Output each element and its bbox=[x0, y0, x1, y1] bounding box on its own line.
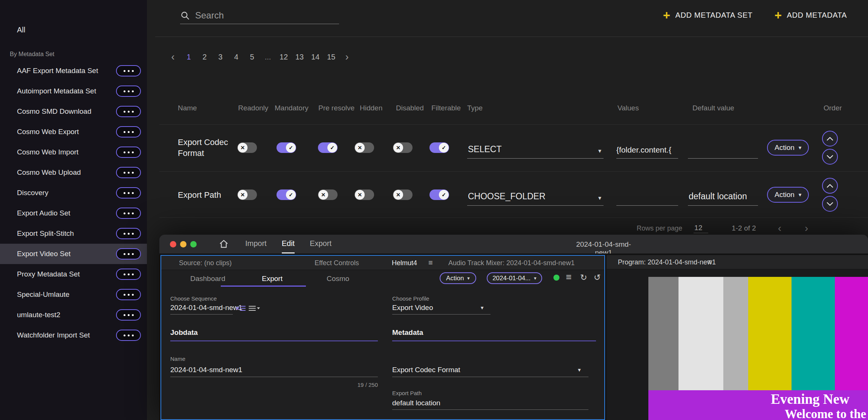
search-field[interactable] bbox=[180, 7, 339, 24]
export-path-input[interactable]: default location bbox=[392, 399, 440, 407]
workspace-tab-import[interactable]: Import bbox=[245, 235, 267, 254]
pagination: ‹ 12345...12131415 › bbox=[167, 50, 353, 63]
move-up-button[interactable] bbox=[822, 131, 838, 147]
close-window-button[interactable] bbox=[170, 241, 176, 247]
search-icon bbox=[180, 11, 190, 20]
pagination-page[interactable]: 13 bbox=[293, 50, 306, 63]
action-dropdown[interactable]: Action ▾ bbox=[440, 272, 476, 284]
workspace-tab-edit[interactable]: Edit bbox=[282, 235, 295, 254]
menu-icon[interactable]: ≡ bbox=[566, 271, 572, 283]
zoom-window-button[interactable] bbox=[190, 241, 197, 247]
chevron-down-icon: ▾ bbox=[598, 147, 601, 154]
filterable-toggle[interactable]: ✓ bbox=[429, 189, 449, 200]
pagination-next-icon[interactable]: › bbox=[341, 50, 353, 63]
column-header: Pre resolve bbox=[318, 104, 355, 112]
panel-tab[interactable]: Helmut4 bbox=[392, 259, 417, 267]
footer-next-icon[interactable]: › bbox=[805, 222, 808, 234]
profile-select[interactable]: Export Video bbox=[392, 304, 433, 312]
menu-icon[interactable]: ≡ bbox=[708, 258, 712, 266]
values-input[interactable]: {folder.content.{ bbox=[616, 141, 678, 159]
panel-tab-strip: Source: (no clips)Effect ControlsHelmut4… bbox=[161, 256, 604, 270]
lower-third-headline: Evening New bbox=[771, 391, 850, 407]
chevron-down-icon: ▾ bbox=[578, 367, 581, 373]
premiere-window: ImportEditExport 2024-01-04-smd-new1 Sou… bbox=[159, 235, 868, 420]
codec-select[interactable]: Export Codec Format bbox=[392, 366, 460, 374]
action-button[interactable]: Action▾ bbox=[767, 187, 809, 203]
move-up-button[interactable] bbox=[822, 178, 838, 194]
mandatory-toggle[interactable]: ✓ bbox=[277, 142, 296, 153]
pagination-prev-icon[interactable]: ‹ bbox=[167, 50, 179, 63]
date-dropdown[interactable]: 2024-01-04... ▾ bbox=[487, 272, 542, 284]
panel-menu-icon[interactable]: ≡ bbox=[428, 258, 433, 267]
type-select[interactable]: SELECT▾ bbox=[467, 141, 604, 159]
color-bar-stripe bbox=[679, 277, 723, 390]
disabled-toggle[interactable]: ✕ bbox=[393, 142, 413, 153]
color-bar-stripe bbox=[792, 277, 835, 390]
refresh-icon[interactable]: ↻ bbox=[580, 273, 587, 283]
home-icon[interactable] bbox=[219, 239, 229, 249]
column-header: Readonly bbox=[238, 104, 268, 112]
name-input[interactable]: 2024-01-04-smd-new1 bbox=[170, 366, 242, 374]
hidden-toggle[interactable]: ✕ bbox=[355, 189, 374, 200]
pre-resolve-toggle[interactable]: ✕ bbox=[318, 189, 338, 200]
pagination-page[interactable]: 2 bbox=[198, 50, 211, 63]
sequence-underline bbox=[170, 314, 233, 315]
panel-tab[interactable]: Effect Controls bbox=[315, 259, 359, 267]
program-tab-label[interactable]: Program: 2024-01-04-smd-new1 bbox=[618, 258, 716, 266]
values-input[interactable] bbox=[616, 188, 678, 206]
pagination-page[interactable]: 4 bbox=[230, 50, 243, 63]
workspace-tab-export[interactable]: Export bbox=[310, 235, 332, 254]
pagination-page[interactable]: 15 bbox=[325, 50, 338, 63]
panel-tab[interactable]: Audio Track Mixer: 2024-01-04-smd-new1 bbox=[448, 259, 575, 267]
metadata-table-row: Export Codec Format ✕ ✓ ✓ ✕ ✕ ✓ SELECT▾ … bbox=[159, 124, 868, 170]
pagination-page[interactable]: 3 bbox=[214, 50, 227, 63]
chevron-down-icon: ▾ bbox=[799, 191, 802, 198]
tab-dashboard[interactable]: Dashboard bbox=[190, 275, 225, 283]
export-path-label: Export Path bbox=[392, 390, 422, 396]
default-value-input[interactable]: default location bbox=[688, 188, 758, 206]
search-input[interactable] bbox=[195, 10, 339, 21]
default-value-input[interactable] bbox=[688, 141, 758, 159]
type-select[interactable]: CHOOSE_FOLDER▾ bbox=[467, 188, 604, 206]
disabled-toggle[interactable]: ✕ bbox=[393, 189, 413, 200]
tab-export[interactable]: Export bbox=[262, 275, 283, 283]
pagination-page[interactable]: 12 bbox=[277, 50, 290, 63]
pagination-page[interactable]: 1 bbox=[182, 50, 195, 63]
sequence-menu-icon[interactable] bbox=[248, 305, 260, 312]
add-metadata-button[interactable]: + ADD METADATA bbox=[775, 9, 847, 21]
column-header: Hidden bbox=[360, 104, 382, 112]
rows-per-page-select[interactable]: 12 bbox=[694, 224, 708, 233]
hidden-toggle[interactable]: ✕ bbox=[355, 142, 374, 153]
helmut-panel: Dashboard Export Cosmo Action ▾ 2024-01-… bbox=[161, 270, 604, 419]
pre-resolve-toggle[interactable]: ✓ bbox=[318, 142, 338, 153]
export-path-underline bbox=[392, 409, 588, 410]
color-bar-stripe bbox=[723, 277, 748, 390]
add-metadata-set-button[interactable]: + ADD METADATA SET bbox=[663, 9, 753, 21]
order-controls bbox=[822, 178, 838, 212]
move-down-button[interactable] bbox=[822, 149, 838, 165]
readonly-toggle[interactable]: ✕ bbox=[237, 189, 257, 200]
toggle-thumb: ✓ bbox=[439, 190, 449, 200]
action-button[interactable]: Action▾ bbox=[767, 140, 809, 156]
footer-prev-icon[interactable]: ‹ bbox=[778, 222, 781, 234]
pagination-page[interactable]: 5 bbox=[246, 50, 258, 63]
sequence-value[interactable]: 2024-01-04-smd-new1 bbox=[170, 304, 242, 312]
mandatory-toggle[interactable]: ✓ bbox=[277, 189, 296, 200]
column-header: Values bbox=[617, 104, 639, 112]
column-header: Mandatory bbox=[275, 104, 309, 112]
choose-sequence-label: Choose Sequence bbox=[170, 295, 217, 302]
tab-cosmo[interactable]: Cosmo bbox=[327, 275, 349, 283]
readonly-toggle[interactable]: ✕ bbox=[237, 142, 257, 153]
filterable-toggle[interactable]: ✓ bbox=[429, 142, 449, 153]
rows-per-page-label: Rows per page bbox=[637, 225, 682, 232]
toggle-thumb: ✓ bbox=[327, 143, 337, 153]
clear-sequence-icon[interactable] bbox=[235, 305, 246, 312]
pagination-page[interactable]: 14 bbox=[309, 50, 322, 63]
move-down-button[interactable] bbox=[822, 196, 838, 212]
plus-icon: + bbox=[775, 9, 782, 21]
column-header: Default value bbox=[692, 104, 734, 112]
panel-tab[interactable]: Source: (no clips) bbox=[179, 259, 232, 267]
minimize-window-button[interactable] bbox=[180, 241, 186, 247]
sync-icon[interactable]: ↺ bbox=[594, 273, 601, 283]
pagination-pages: 12345...12131415 bbox=[182, 50, 338, 63]
